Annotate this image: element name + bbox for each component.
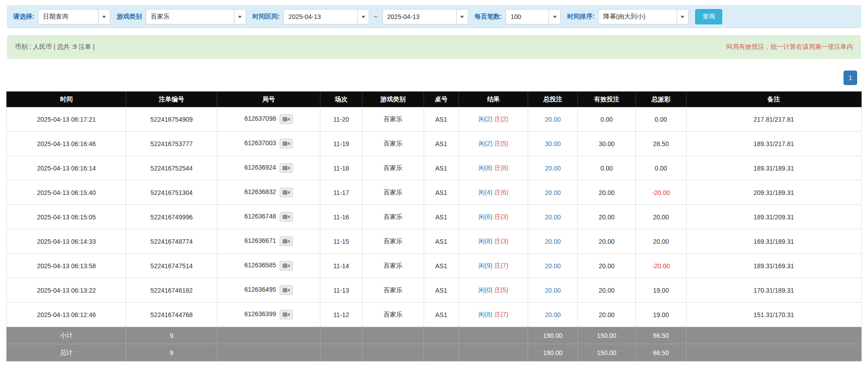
table-row: 2025-04-13 06:13:22522416746182612636495… [7, 278, 862, 303]
replay-icon[interactable] [280, 285, 293, 295]
remark-cell: 169.31/189.31 [686, 229, 861, 254]
time-cell: 2025-04-13 06:13:58 [7, 254, 126, 278]
currency-summary-text: 币别 : 人民币 | 总共 :9 注单 | [15, 43, 95, 51]
time-cell: 2025-04-13 06:16:46 [7, 132, 126, 156]
valid-bet-cell: 20.00 [577, 278, 635, 303]
total-bet-cell[interactable]: 20.00 [528, 229, 578, 254]
column-header: 场次 [320, 92, 362, 107]
game-type-select[interactable]: 百家乐 [146, 9, 246, 24]
table-no-cell: AS1 [424, 132, 458, 156]
game-type-cell: 百家乐 [362, 278, 424, 303]
summary-empty-cell [459, 327, 528, 344]
round-id-cell: 612637098 [217, 107, 320, 132]
chevron-down-icon[interactable] [456, 9, 468, 24]
session-cell: 11-17 [320, 180, 362, 205]
chevron-down-icon[interactable] [98, 9, 110, 24]
search-button[interactable]: 查询 [695, 9, 722, 24]
table-row: 2025-04-13 06:15:40522416751304612636832… [7, 180, 862, 205]
chevron-down-icon[interactable] [548, 9, 560, 24]
round-id: 612636671 [244, 237, 276, 244]
valid-bet-cell: 20.00 [577, 303, 635, 327]
column-header: 局号 [217, 92, 320, 107]
time-cell: 2025-04-13 06:14:33 [7, 229, 126, 254]
sort-value: 降幂(由大到小) [599, 9, 677, 24]
total-bet-cell[interactable]: 20.00 [528, 107, 578, 132]
table-no-cell: AS1 [424, 278, 458, 303]
page-button[interactable]: 1 [844, 71, 857, 85]
replay-icon[interactable] [280, 139, 293, 148]
table-head: 时间注单编号局号场次游戏类别桌号结果总投注有效投注总派彩备注 [7, 92, 862, 107]
round-id: 612636748 [244, 213, 276, 220]
session-cell: 11-13 [320, 278, 362, 303]
replay-icon[interactable] [280, 261, 293, 270]
player-result: 闲(8) [478, 237, 492, 245]
total-bet-cell[interactable]: 20.00 [528, 180, 578, 205]
table-body: 2025-04-13 06:17:21522416754909612637098… [7, 107, 862, 361]
column-header: 总派彩 [636, 92, 686, 107]
time-cell: 2025-04-13 06:12:46 [7, 303, 126, 327]
round-id-cell: 612636832 [217, 180, 320, 205]
round-id: 612636924 [244, 164, 276, 171]
bet-id-cell: 522416747514 [126, 254, 217, 278]
round-id: 612636399 [244, 310, 276, 318]
banker-result: 庄(5) [494, 140, 508, 147]
summary-payout: 66.50 [636, 327, 686, 344]
column-header: 总投注 [528, 92, 578, 107]
replay-icon[interactable] [280, 163, 293, 173]
replay-icon[interactable] [280, 310, 293, 319]
date-from-select[interactable]: 2025-04-13 [283, 9, 369, 24]
replay-icon[interactable] [280, 114, 293, 124]
remark-cell: 151.31/170.31 [686, 303, 861, 327]
chevron-down-icon[interactable] [357, 9, 369, 24]
notice-text: 同局有效投注，统一计算在该局第一张注单内 [726, 43, 853, 51]
result-cell: 闲(0) 庄(5) [459, 278, 528, 303]
summary-valid-bet: 150.00 [577, 327, 635, 344]
per-page-select[interactable]: 100 [506, 9, 561, 24]
date-to-select[interactable]: 2025-04-13 [382, 9, 468, 24]
round-id-cell: 612636495 [217, 278, 320, 303]
summary-empty-cell [424, 327, 458, 344]
chevron-down-icon[interactable] [234, 9, 246, 24]
time-range-label: 时间区间: [253, 13, 280, 21]
sort-select[interactable]: 降幂(由大到小) [598, 9, 689, 24]
replay-icon[interactable] [280, 212, 293, 222]
total-bet-cell[interactable]: 30.00 [528, 132, 578, 156]
banker-result: 庄(5) [494, 286, 508, 294]
result-cell: 闲(8) 庄(7) [459, 303, 528, 327]
summary-bar: 币别 : 人民币 | 总共 :9 注单 | 同局有效投注，统一计算在该局第一张注… [7, 35, 861, 59]
replay-icon[interactable] [280, 188, 293, 197]
round-id: 612637098 [244, 115, 276, 122]
valid-bet-cell: 20.00 [577, 229, 635, 254]
table-row: 2025-04-13 06:12:46522416744768612636399… [7, 303, 862, 327]
total-bet-cell[interactable]: 20.00 [528, 156, 578, 180]
range-separator: ~ [373, 13, 378, 20]
bet-id-cell: 522416752544 [126, 156, 217, 180]
game-type-cell: 百家乐 [362, 229, 424, 254]
chevron-down-icon[interactable] [677, 9, 688, 24]
table-row: 2025-04-13 06:14:33522416748774612636671… [7, 229, 862, 254]
total-bet-cell[interactable]: 20.00 [528, 278, 578, 303]
payout-cell: -20.00 [636, 254, 686, 278]
summary-empty-cell [424, 344, 458, 361]
remark-cell: 209.31/189.31 [686, 180, 861, 205]
subtotal-row: 小计9190.00150.0066.50 [7, 327, 862, 344]
per-page-label: 每页笔数: [475, 13, 502, 21]
result-cell: 闲(2) 庄(5) [459, 132, 528, 156]
query-type-select[interactable]: 日期查询 [38, 9, 110, 24]
column-header: 游戏类别 [362, 92, 424, 107]
round-id: 612636585 [244, 261, 276, 269]
summary-label: 小计 [7, 327, 126, 344]
total-bet-cell[interactable]: 20.00 [528, 254, 578, 278]
summary-total-bet: 190.00 [528, 344, 578, 361]
player-result: 闲(8) [478, 311, 492, 318]
valid-bet-cell: 0.00 [577, 107, 635, 132]
total-bet-cell[interactable]: 20.00 [528, 303, 578, 327]
summary-empty-cell [686, 344, 861, 361]
date-from-value: 2025-04-13 [284, 9, 357, 24]
table-row: 2025-04-13 06:16:46522416753777612637003… [7, 132, 862, 156]
total-bet-cell[interactable]: 20.00 [528, 205, 578, 229]
replay-icon[interactable] [280, 237, 293, 246]
pagination: 1 [0, 71, 857, 85]
bet-id-cell: 522416751304 [126, 180, 217, 205]
column-header: 结果 [459, 92, 528, 107]
